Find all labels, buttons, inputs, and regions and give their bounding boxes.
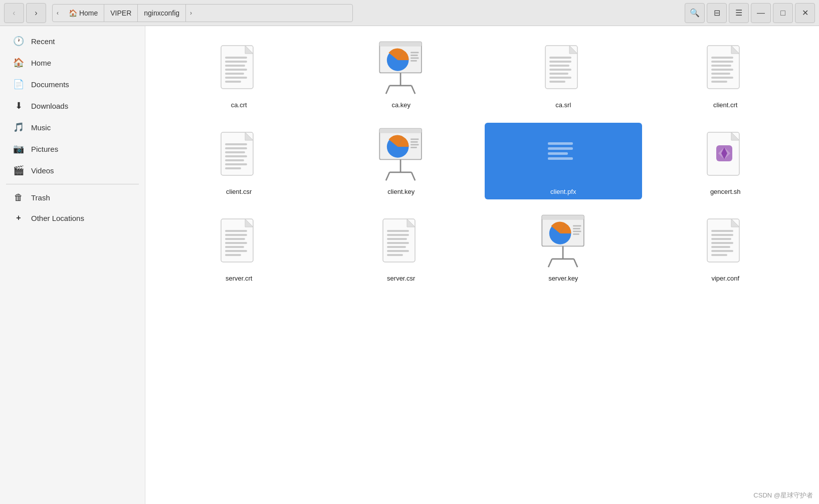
breadcrumb-home[interactable]: 🏠 Home [63, 5, 104, 22]
videos-icon: 🎬 [13, 165, 24, 176]
file-name-client_pfx: client.pfx [550, 188, 576, 195]
file-name-client_key: client.key [387, 188, 415, 195]
file-grid: ca.crt ca.key [160, 36, 804, 286]
sidebar-item-pictures[interactable]: 📷 Pictures [3, 138, 142, 159]
sidebar: 🕐 Recent 🏠 Home 📄 Documents ⬇ Downloads … [0, 26, 145, 504]
sidebar-item-recent[interactable]: 🕐 Recent [3, 31, 142, 52]
svg-rect-83 [387, 246, 406, 248]
svg-rect-8 [225, 81, 241, 83]
svg-rect-76 [225, 254, 241, 256]
svg-rect-85 [387, 254, 403, 256]
svg-rect-41 [225, 147, 247, 149]
svg-rect-37 [711, 81, 727, 83]
svg-rect-90 [573, 228, 580, 229]
svg-rect-40 [225, 143, 247, 145]
svg-rect-13 [411, 55, 418, 56]
svg-rect-92 [573, 233, 579, 235]
toolbar: ‹ › ‹ 🏠 Home VIPER nginxconfig › 🔍 ⊟ ☰ —… [0, 0, 819, 26]
svg-rect-71 [225, 234, 247, 236]
file-item-ca_srl[interactable]: ca.srl [485, 36, 642, 113]
minimize-button[interactable]: — [751, 3, 771, 23]
file-icon-ca_crt [214, 42, 264, 97]
file-icon-ca_key [376, 42, 426, 97]
grid-view-button[interactable]: ⊟ [707, 3, 727, 23]
file-icon-server_crt [214, 215, 264, 271]
svg-rect-7 [225, 77, 247, 79]
file-item-client_key[interactable]: client.key [323, 123, 480, 199]
svg-rect-36 [711, 77, 733, 79]
file-item-client_crt[interactable]: client.crt [647, 36, 804, 113]
trash-icon: 🗑 [13, 192, 24, 203]
file-item-client_csr[interactable]: client.csr [160, 123, 318, 199]
svg-rect-103 [711, 246, 730, 248]
svg-rect-62 [548, 157, 573, 160]
sidebar-item-videos[interactable]: 🎬 Videos [3, 160, 142, 181]
sidebar-item-other-locations[interactable]: + Other Locations [3, 208, 142, 227]
breadcrumb-nginxconfig[interactable]: nginxconfig [138, 5, 186, 22]
svg-rect-104 [711, 250, 733, 252]
close-button[interactable]: ✕ [795, 3, 815, 23]
svg-rect-80 [387, 234, 409, 236]
svg-rect-58 [542, 131, 584, 181]
maximize-button[interactable]: □ [773, 3, 793, 23]
svg-line-57 [412, 172, 415, 180]
svg-rect-33 [711, 65, 731, 67]
file-icon-client_crt [700, 42, 750, 97]
breadcrumb-viper[interactable]: VIPER [104, 5, 138, 22]
home-icon: 🏠 [13, 57, 24, 68]
svg-rect-26 [549, 73, 568, 75]
svg-rect-91 [573, 230, 581, 232]
file-item-client_pfx[interactable]: client.pfx [485, 123, 642, 199]
svg-rect-61 [548, 152, 568, 155]
sidebar-item-downloads[interactable]: ⬇ Downloads [3, 95, 142, 116]
sidebar-label-videos: Videos [31, 166, 54, 175]
file-area: ca.crt ca.key [145, 26, 819, 504]
file-item-server_csr[interactable]: server.csr [323, 209, 480, 286]
sidebar-item-home[interactable]: 🏠 Home [3, 52, 142, 73]
file-item-viper_conf[interactable]: viper.conf [647, 209, 804, 286]
back-button[interactable]: ‹ [4, 3, 24, 23]
svg-rect-51 [411, 141, 418, 143]
svg-rect-31 [711, 57, 733, 59]
svg-rect-27 [549, 77, 571, 79]
svg-rect-87 [542, 215, 584, 220]
file-name-server_key: server.key [548, 275, 578, 282]
svg-rect-89 [573, 225, 581, 227]
file-item-ca_crt[interactable]: ca.crt [160, 36, 318, 113]
sidebar-separator [6, 184, 139, 184]
svg-rect-25 [549, 69, 571, 71]
breadcrumb-forward-arrow[interactable]: › [186, 5, 196, 22]
file-icon-ca_srl [538, 42, 588, 97]
svg-line-95 [548, 259, 552, 267]
sidebar-item-music[interactable]: 🎵 Music [3, 117, 142, 138]
file-icon-client_csr [214, 129, 264, 184]
list-view-button[interactable]: ☰ [729, 3, 749, 23]
other-locations-icon: + [13, 213, 24, 222]
svg-rect-24 [549, 65, 569, 67]
svg-rect-35 [711, 73, 730, 75]
file-item-gencert_sh[interactable]: gencert.sh [647, 123, 804, 199]
sidebar-item-trash[interactable]: 🗑 Trash [3, 187, 142, 208]
svg-rect-48 [380, 129, 422, 133]
sidebar-item-documents[interactable]: 📄 Documents [3, 74, 142, 95]
search-button[interactable]: 🔍 [685, 3, 705, 23]
sidebar-label-other: Other Locations [31, 214, 84, 222]
documents-icon: 📄 [13, 79, 24, 90]
svg-rect-79 [387, 230, 409, 232]
svg-rect-45 [225, 163, 247, 165]
music-icon: 🎵 [13, 122, 24, 133]
forward-button[interactable]: › [26, 3, 46, 23]
main-area: 🕐 Recent 🏠 Home 📄 Documents ⬇ Downloads … [0, 26, 819, 504]
file-name-gencert_sh: gencert.sh [710, 188, 741, 195]
file-item-server_crt[interactable]: server.crt [160, 209, 318, 286]
svg-rect-60 [548, 147, 573, 150]
file-name-client_crt: client.crt [713, 101, 737, 109]
file-name-ca_crt: ca.crt [231, 101, 247, 109]
file-icon-server_key [538, 215, 588, 271]
file-item-server_key[interactable]: server.key [485, 209, 642, 286]
sidebar-label-downloads: Downloads [31, 102, 68, 110]
breadcrumb-back-arrow[interactable]: ‹ [53, 5, 63, 22]
svg-rect-22 [549, 57, 571, 59]
file-item-ca_key[interactable]: ca.key [323, 36, 480, 113]
svg-rect-32 [711, 61, 733, 63]
